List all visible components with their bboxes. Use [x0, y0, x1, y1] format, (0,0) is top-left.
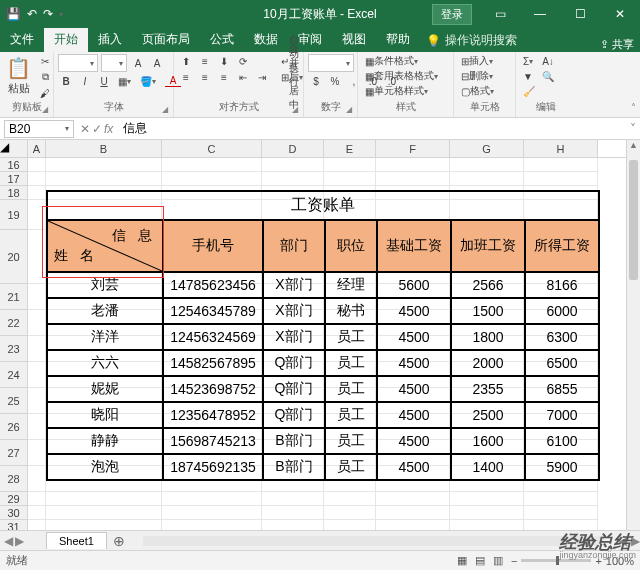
- name-box[interactable]: B20▾: [4, 120, 74, 138]
- cell-ot[interactable]: 1800: [451, 324, 525, 350]
- cond-format-button[interactable]: ▦ 条件格式 ▾: [362, 54, 421, 68]
- sheet-tab[interactable]: Sheet1: [46, 532, 107, 549]
- row-header[interactable]: 29: [0, 492, 28, 506]
- dialog-launcher-icon[interactable]: ◢: [292, 105, 298, 114]
- tab-formulas[interactable]: 公式: [200, 27, 244, 52]
- cell-phone[interactable]: 14785623456: [163, 272, 263, 298]
- cell-dept[interactable]: Q部门: [263, 350, 325, 376]
- tab-data[interactable]: 数据: [244, 27, 288, 52]
- col-header[interactable]: D: [262, 140, 324, 157]
- cell-base[interactable]: 4500: [377, 298, 451, 324]
- cell-ot[interactable]: 2500: [451, 402, 525, 428]
- scroll-thumb[interactable]: [629, 160, 638, 280]
- fill-icon[interactable]: ▼: [520, 69, 536, 83]
- cell-dept[interactable]: B部门: [263, 428, 325, 454]
- row-header[interactable]: 16: [0, 158, 28, 172]
- currency-icon[interactable]: $: [308, 74, 324, 88]
- align-center-icon[interactable]: ≡: [197, 70, 213, 84]
- col-header[interactable]: E: [324, 140, 376, 157]
- format-cells-button[interactable]: ▢ 格式 ▾: [458, 84, 497, 98]
- cell-role[interactable]: 员工: [325, 376, 377, 402]
- cell-dept[interactable]: Q部门: [263, 402, 325, 428]
- zoom-out-icon[interactable]: −: [511, 555, 517, 567]
- cell-phone[interactable]: 18745692135: [163, 454, 263, 480]
- clear-icon[interactable]: 🧹: [520, 84, 538, 98]
- cell-base[interactable]: 4500: [377, 324, 451, 350]
- percent-icon[interactable]: %: [327, 74, 343, 88]
- col-header[interactable]: C: [162, 140, 262, 157]
- insert-cells-button[interactable]: ⊞ 插入 ▾: [458, 54, 496, 68]
- tab-file[interactable]: 文件: [0, 27, 44, 52]
- tab-insert[interactable]: 插入: [88, 27, 132, 52]
- copy-icon[interactable]: ⧉: [37, 70, 53, 84]
- row-header[interactable]: 27: [0, 440, 28, 466]
- cell-ot[interactable]: 1500: [451, 298, 525, 324]
- zoom-slider[interactable]: [521, 559, 591, 562]
- font-size-select[interactable]: ▾: [101, 54, 127, 72]
- align-middle-icon[interactable]: ≡: [197, 54, 213, 68]
- cell-total[interactable]: 6500: [525, 350, 599, 376]
- expand-formula-icon[interactable]: ˅: [630, 122, 636, 136]
- cell-total[interactable]: 6300: [525, 324, 599, 350]
- cell-dept[interactable]: X部门: [263, 298, 325, 324]
- italic-icon[interactable]: I: [77, 74, 93, 88]
- worksheet-grid[interactable]: ◢ A B C D E F G H 1617181920212223242526…: [0, 140, 640, 550]
- cell-name[interactable]: 静静: [47, 428, 163, 454]
- cell-phone[interactable]: 12456324569: [163, 324, 263, 350]
- cell-base[interactable]: 4500: [377, 454, 451, 480]
- cell-total[interactable]: 6000: [525, 298, 599, 324]
- sort-filter-icon[interactable]: A↓: [539, 54, 557, 68]
- fill-color-icon[interactable]: 🪣▾: [137, 74, 159, 88]
- cell-ot[interactable]: 1400: [451, 454, 525, 480]
- border-icon[interactable]: ▦▾: [115, 74, 134, 88]
- cell-dept[interactable]: Q部门: [263, 376, 325, 402]
- align-top-icon[interactable]: ⬆: [178, 54, 194, 68]
- cell-name[interactable]: 晓阳: [47, 402, 163, 428]
- zoom-in-icon[interactable]: +: [595, 555, 601, 567]
- row-header[interactable]: 18: [0, 186, 28, 200]
- col-header[interactable]: G: [450, 140, 524, 157]
- cell-ot[interactable]: 1600: [451, 428, 525, 454]
- indent-inc-icon[interactable]: ⇥: [254, 70, 270, 84]
- tell-me[interactable]: 💡操作说明搜索: [426, 29, 517, 52]
- sheet-nav-prev-icon[interactable]: ◀: [4, 534, 13, 548]
- cell-dept[interactable]: B部门: [263, 454, 325, 480]
- grow-font-icon[interactable]: A: [130, 56, 146, 70]
- autosum-icon[interactable]: Σ▾: [520, 54, 536, 68]
- qat-dropdown-icon[interactable]: ▾: [59, 10, 63, 19]
- dialog-launcher-icon[interactable]: ◢: [162, 105, 168, 114]
- scroll-up-icon[interactable]: ▲: [627, 140, 640, 154]
- row-header[interactable]: 19: [0, 200, 28, 230]
- cell-dept[interactable]: X部门: [263, 324, 325, 350]
- bold-icon[interactable]: B: [58, 74, 74, 88]
- cell-name[interactable]: 老潘: [47, 298, 163, 324]
- sheet-nav-next-icon[interactable]: ▶: [15, 534, 24, 548]
- horizontal-scrollbar[interactable]: [143, 536, 604, 546]
- cell-role[interactable]: 秘书: [325, 298, 377, 324]
- cell-phone[interactable]: 12356478952: [163, 402, 263, 428]
- align-bottom-icon[interactable]: ⬇: [216, 54, 232, 68]
- cell-phone[interactable]: 15698745213: [163, 428, 263, 454]
- font-family-select[interactable]: ▾: [58, 54, 98, 72]
- row-header[interactable]: 24: [0, 362, 28, 388]
- scroll-left-icon[interactable]: ◀: [618, 534, 627, 548]
- dialog-launcher-icon[interactable]: ◢: [42, 105, 48, 114]
- row-header[interactable]: 20: [0, 230, 28, 284]
- row-header[interactable]: 26: [0, 414, 28, 440]
- cell-role[interactable]: 员工: [325, 402, 377, 428]
- find-icon[interactable]: 🔍: [539, 69, 557, 83]
- orientation-icon[interactable]: ⟳: [235, 54, 251, 68]
- cell-role[interactable]: 经理: [325, 272, 377, 298]
- add-sheet-icon[interactable]: ⊕: [113, 533, 125, 549]
- cell-name[interactable]: 泡泡: [47, 454, 163, 480]
- cell-role[interactable]: 员工: [325, 350, 377, 376]
- login-button[interactable]: 登录: [432, 4, 472, 25]
- cell-total[interactable]: 5900: [525, 454, 599, 480]
- cell-name[interactable]: 洋洋: [47, 324, 163, 350]
- cell-ot[interactable]: 2000: [451, 350, 525, 376]
- cell-phone[interactable]: 14582567895: [163, 350, 263, 376]
- view-layout-icon[interactable]: ▤: [475, 554, 485, 567]
- col-header[interactable]: A: [28, 140, 46, 157]
- format-painter-icon[interactable]: 🖌: [37, 86, 53, 100]
- cell-ot[interactable]: 2566: [451, 272, 525, 298]
